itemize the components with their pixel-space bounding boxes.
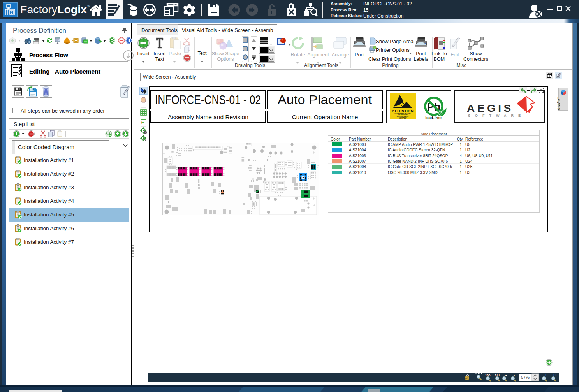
svg-text:+: + — [545, 373, 547, 377]
svg-text:-: - — [514, 373, 515, 377]
svg-text:lead-free: lead-free — [425, 116, 442, 120]
svg-text:INFORCE-CNS-01 - 02: INFORCE-CNS-01 - 02 — [155, 93, 261, 107]
svg-text:Auto Placement: Auto Placement — [278, 93, 372, 107]
svg-text:DEVICES: DEVICES — [399, 118, 406, 119]
svg-text:ATTENTION: ATTENTION — [392, 109, 413, 113]
svg-text:57%: 57% — [521, 375, 530, 380]
svg-text:?: ? — [374, 46, 376, 49]
